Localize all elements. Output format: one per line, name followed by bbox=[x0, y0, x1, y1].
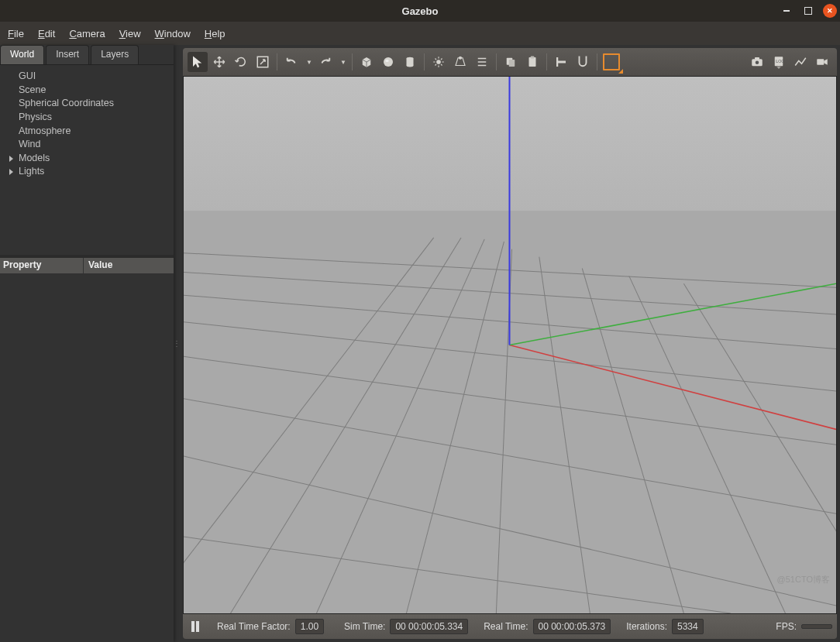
property-body bbox=[0, 273, 174, 642]
world-tree: GUI Scene Spherical Coordinates Physics … bbox=[0, 65, 174, 255]
menu-camera[interactable]: Camera bbox=[63, 25, 111, 43]
redo-icon[interactable] bbox=[315, 52, 336, 72]
svg-point-1 bbox=[384, 57, 393, 67]
maximize-button[interactable] bbox=[801, 4, 815, 18]
svg-rect-10 bbox=[529, 57, 536, 67]
directional-light-icon[interactable] bbox=[472, 52, 492, 72]
minimize-button[interactable] bbox=[780, 4, 794, 18]
menu-window[interactable]: Window bbox=[149, 25, 197, 43]
property-header: Property Value bbox=[0, 258, 174, 273]
svg-point-5 bbox=[407, 64, 414, 67]
arrow-select-icon[interactable] bbox=[188, 52, 208, 72]
pause-button[interactable] bbox=[188, 619, 203, 634]
menu-file[interactable]: File bbox=[2, 25, 30, 43]
3d-viewport[interactable]: @51CTO博客 bbox=[183, 76, 837, 614]
tree-item-spherical[interactable]: Spherical Coordinates bbox=[8, 97, 170, 111]
main-area: World Insert Layers GUI Scene Spherical … bbox=[0, 45, 840, 642]
realtime-value: 00 00:00:05.373 bbox=[533, 619, 611, 634]
toolbar-separator bbox=[546, 53, 547, 70]
iterations-value: 5334 bbox=[672, 619, 704, 634]
redo-dropdown-icon[interactable]: ▼ bbox=[337, 52, 348, 72]
tab-world[interactable]: World bbox=[0, 45, 44, 64]
left-panel: World Insert Layers GUI Scene Spherical … bbox=[0, 45, 174, 642]
watermark: @51CTO博客 bbox=[777, 574, 830, 585]
tree-item-models[interactable]: Models bbox=[8, 152, 170, 166]
fps-value bbox=[801, 624, 832, 629]
box-primitive-icon[interactable] bbox=[356, 52, 377, 72]
toolbar-separator bbox=[496, 53, 497, 70]
align-icon[interactable] bbox=[551, 52, 571, 72]
tree-item-gui[interactable]: GUI bbox=[8, 70, 170, 84]
window-controls bbox=[780, 4, 837, 18]
rotate-icon[interactable] bbox=[231, 52, 251, 72]
tab-insert[interactable]: Insert bbox=[46, 45, 89, 64]
svg-rect-9 bbox=[509, 60, 515, 67]
fps-label: FPS: bbox=[776, 621, 797, 632]
menu-help[interactable]: Help bbox=[198, 25, 232, 43]
svg-rect-13 bbox=[556, 57, 558, 67]
tree-item-wind[interactable]: Wind bbox=[8, 138, 170, 152]
window-title: Gazebo bbox=[402, 5, 439, 17]
menubar: File Edit Camera View Window Help bbox=[0, 22, 840, 45]
move-icon[interactable] bbox=[209, 52, 229, 72]
menu-view[interactable]: View bbox=[113, 25, 147, 43]
spot-light-icon[interactable] bbox=[450, 52, 470, 72]
scale-icon[interactable] bbox=[253, 52, 273, 72]
paste-icon[interactable] bbox=[522, 52, 542, 72]
cylinder-primitive-icon[interactable] bbox=[400, 52, 420, 72]
realtime-label: Real Time: bbox=[484, 621, 528, 632]
toolbar-separator bbox=[277, 53, 277, 70]
simtime-label: Sim Time: bbox=[344, 621, 385, 632]
left-tabs: World Insert Layers bbox=[0, 45, 174, 65]
undo-dropdown-icon[interactable]: ▼ bbox=[303, 52, 314, 72]
property-col-header: Property bbox=[0, 258, 84, 273]
tree-item-scene[interactable]: Scene bbox=[8, 84, 170, 98]
record-icon[interactable] bbox=[812, 52, 832, 72]
svg-rect-19 bbox=[817, 59, 824, 65]
svg-point-2 bbox=[385, 60, 389, 62]
svg-point-7 bbox=[460, 57, 462, 59]
tree-item-atmosphere[interactable]: Atmosphere bbox=[8, 125, 170, 139]
copy-icon[interactable] bbox=[501, 52, 521, 72]
toolbar-separator bbox=[424, 53, 425, 70]
log-icon[interactable]: LOG bbox=[769, 52, 789, 72]
statusbar: Real Time Factor: 1.00 Sim Time: 00 00:0… bbox=[183, 614, 837, 639]
selection-box-icon[interactable] bbox=[601, 52, 621, 72]
rtf-label: Real Time Factor: bbox=[217, 621, 291, 632]
undo-icon[interactable] bbox=[281, 52, 301, 72]
svg-point-15 bbox=[756, 61, 759, 65]
simtime-value: 00 00:00:05.334 bbox=[390, 619, 468, 634]
sphere-primitive-icon[interactable] bbox=[378, 52, 398, 72]
tab-layers[interactable]: Layers bbox=[91, 45, 139, 64]
toolbar: ▼ ▼ bbox=[183, 48, 837, 76]
svg-rect-16 bbox=[755, 57, 759, 60]
menu-edit[interactable]: Edit bbox=[32, 25, 61, 43]
value-col-header: Value bbox=[84, 258, 174, 273]
screenshot-icon[interactable] bbox=[747, 52, 767, 72]
titlebar: Gazebo bbox=[0, 0, 840, 22]
rtf-value: 1.00 bbox=[295, 619, 324, 634]
plot-icon[interactable] bbox=[790, 52, 811, 72]
tree-item-lights[interactable]: Lights bbox=[8, 165, 170, 179]
snap-icon[interactable] bbox=[573, 52, 593, 72]
toolbar-separator bbox=[597, 53, 597, 70]
iterations-label: Iterations: bbox=[626, 621, 667, 632]
right-area: ▼ ▼ bbox=[180, 45, 840, 642]
svg-rect-11 bbox=[531, 57, 535, 59]
panel-splitter[interactable] bbox=[174, 45, 180, 642]
close-button[interactable] bbox=[823, 4, 837, 18]
point-light-icon[interactable] bbox=[429, 52, 449, 72]
tree-item-physics[interactable]: Physics bbox=[8, 111, 170, 125]
svg-point-6 bbox=[437, 60, 441, 64]
svg-text:LOG: LOG bbox=[776, 59, 784, 64]
toolbar-separator bbox=[352, 53, 353, 70]
